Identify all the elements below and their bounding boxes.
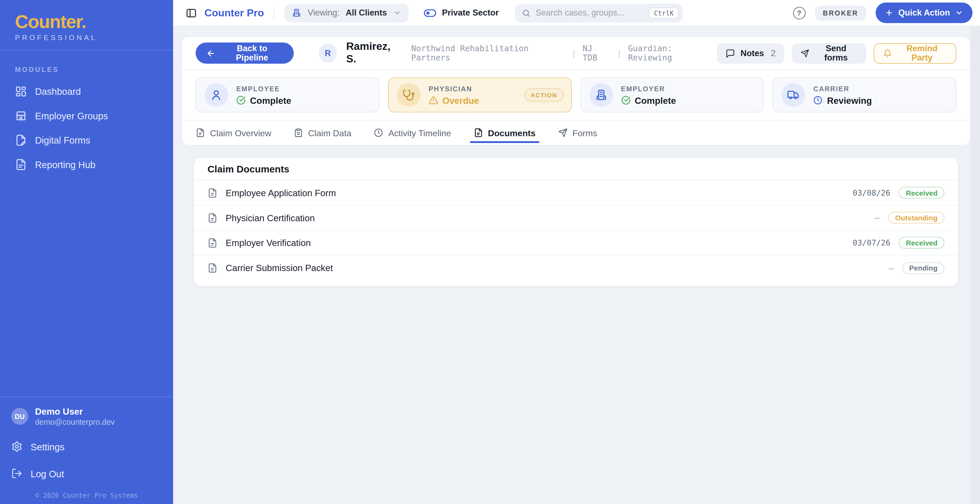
global-search[interactable]: CtrlK bbox=[515, 3, 682, 22]
modules-section-label: MODULES bbox=[15, 66, 158, 73]
chevron-down-icon bbox=[393, 9, 401, 17]
report-file-icon bbox=[15, 158, 27, 171]
viewing-filter-dropdown[interactable]: Viewing: All Clients bbox=[285, 3, 409, 22]
clipboard-icon bbox=[294, 128, 303, 137]
document-row-physician-certification[interactable]: Physician Certification — Outstanding bbox=[194, 205, 958, 230]
settings-button[interactable]: Settings bbox=[0, 437, 173, 456]
help-button[interactable]: ? bbox=[793, 6, 805, 19]
sidebar-item-employer-groups[interactable]: Employer Groups bbox=[0, 104, 173, 128]
app-title[interactable]: Counter Pro bbox=[204, 7, 264, 19]
case-avatar: R bbox=[319, 44, 337, 62]
sidebar-nav: Dashboard Employer Groups Digital Forms … bbox=[0, 79, 173, 177]
send-forms-button[interactable]: Send forms bbox=[792, 43, 866, 63]
document-date: 03/07/26 bbox=[853, 238, 890, 247]
party-card-employee[interactable]: EMPLOYEE Complete bbox=[196, 78, 379, 112]
party-status-row: EMPLOYEE Complete PHYSICIAN bbox=[182, 70, 970, 120]
check-circle-icon bbox=[236, 96, 246, 105]
document-icon bbox=[207, 263, 218, 273]
status-badge: Pending bbox=[902, 262, 944, 274]
sidebar-item-digital-forms[interactable]: Digital Forms bbox=[0, 128, 173, 152]
tab-forms[interactable]: Forms bbox=[558, 120, 597, 145]
case-meta: Northwind Rehabilitation Partners | NJ T… bbox=[411, 44, 717, 62]
remind-party-button[interactable]: Remind Party bbox=[873, 43, 956, 63]
file-text-icon bbox=[196, 128, 205, 137]
claim-documents-panel: Claim Documents Employee Application For… bbox=[193, 157, 959, 287]
toggle-icon bbox=[424, 8, 436, 17]
divider bbox=[274, 6, 275, 20]
document-name: Physician Certification bbox=[226, 213, 315, 223]
brand-block: Counter. PROFESSIONAL bbox=[0, 0, 173, 51]
chat-bubble-icon bbox=[725, 49, 735, 58]
sidebar-item-label: Employer Groups bbox=[35, 111, 108, 121]
topbar: Counter Pro Viewing: All Clients Private… bbox=[173, 0, 980, 26]
brand-tagline: PROFESSIONAL bbox=[15, 34, 158, 41]
building-icon bbox=[589, 83, 613, 107]
check-circle-icon bbox=[621, 96, 630, 105]
tab-claim-overview[interactable]: Claim Overview bbox=[196, 120, 271, 145]
quick-action-button[interactable]: Quick Action bbox=[876, 2, 973, 23]
meta-separator: | bbox=[571, 49, 576, 58]
case-plan: NJ TDB bbox=[582, 44, 611, 62]
panel-title: Claim Documents bbox=[207, 163, 289, 174]
user-profile[interactable]: DU Demo User demo@counterpro.dev bbox=[0, 406, 173, 427]
status-badge: Received bbox=[899, 187, 944, 199]
search-input[interactable] bbox=[536, 8, 649, 17]
party-status: Complete bbox=[236, 95, 291, 105]
role-badge: BROKER bbox=[815, 5, 867, 20]
tab-activity-timeline[interactable]: Activity Timeline bbox=[374, 120, 451, 145]
avatar: DU bbox=[11, 408, 28, 425]
send-icon bbox=[558, 128, 567, 137]
status-badge: Outstanding bbox=[888, 212, 945, 223]
party-card-physician[interactable]: PHYSICIAN Overdue ACTION bbox=[388, 78, 571, 112]
case-tabs: Claim Overview Claim Data Activity Timel… bbox=[182, 120, 970, 145]
brand-logo: Counter. bbox=[15, 11, 158, 32]
sector-toggle[interactable]: Private Sector bbox=[424, 8, 499, 17]
document-row-employer-verification[interactable]: Employer Verification 03/07/26 Received bbox=[194, 230, 958, 255]
notes-label: Notes bbox=[741, 49, 764, 58]
party-label: CARRIER bbox=[813, 85, 872, 92]
bell-icon bbox=[883, 49, 891, 58]
user-email: demo@counterpro.dev bbox=[35, 417, 115, 427]
party-status: Reviewing bbox=[813, 95, 872, 105]
document-row-carrier-submission[interactable]: Carrier Submission Packet — Pending bbox=[194, 255, 958, 281]
arrow-left-icon bbox=[206, 49, 215, 58]
document-name: Employee Application Form bbox=[226, 188, 336, 198]
tab-documents[interactable]: Documents bbox=[474, 120, 536, 145]
sidebar-item-reporting-hub[interactable]: Reporting Hub bbox=[0, 152, 173, 176]
sidebar-toggle-icon[interactable] bbox=[186, 7, 197, 18]
logout-icon bbox=[11, 468, 22, 479]
case-guardian-status: Guardian: Reviewing bbox=[628, 44, 717, 62]
sidebar-item-dashboard[interactable]: Dashboard bbox=[0, 79, 173, 103]
remind-party-label: Remind Party bbox=[897, 44, 947, 62]
party-card-carrier[interactable]: CARRIER Reviewing bbox=[773, 78, 956, 112]
tab-claim-data[interactable]: Claim Data bbox=[294, 120, 352, 145]
party-label: EMPLOYER bbox=[621, 85, 676, 92]
logout-button[interactable]: Log Out bbox=[0, 464, 173, 483]
dashboard-grid-icon bbox=[15, 86, 27, 98]
back-to-pipeline-button[interactable]: Back to Pipeline bbox=[196, 43, 294, 64]
sidebar-footer: DU Demo User demo@counterpro.dev Setting… bbox=[0, 396, 173, 504]
document-icon bbox=[207, 188, 218, 198]
search-icon bbox=[522, 8, 530, 17]
notes-button[interactable]: Notes 2 bbox=[717, 43, 784, 63]
storefront-icon bbox=[15, 110, 27, 122]
logout-label: Log Out bbox=[30, 468, 64, 479]
viewing-label: Viewing: bbox=[308, 8, 339, 17]
notes-count-badge: 2 bbox=[771, 49, 776, 58]
sidebar-item-label: Digital Forms bbox=[35, 135, 90, 146]
party-card-employer[interactable]: EMPLOYER Complete bbox=[581, 78, 764, 112]
document-row-employee-application[interactable]: Employee Application Form 03/08/26 Recei… bbox=[194, 181, 958, 206]
document-icon bbox=[207, 213, 218, 223]
truck-icon bbox=[781, 83, 805, 107]
chevron-down-icon bbox=[955, 9, 963, 17]
case-header-card: Back to Pipeline R Ramirez, S. Northwind… bbox=[181, 36, 971, 146]
building-icon bbox=[292, 8, 301, 17]
document-name: Carrier Submission Packet bbox=[226, 263, 333, 273]
case-org: Northwind Rehabilitation Partners bbox=[411, 44, 565, 62]
user-name: Demo User bbox=[35, 406, 115, 417]
document-name: Employer Verification bbox=[226, 238, 311, 248]
party-label: EMPLOYEE bbox=[236, 85, 291, 92]
scrollbar-track[interactable] bbox=[971, 26, 980, 504]
send-forms-label: Send forms bbox=[815, 44, 858, 62]
viewing-value: All Clients bbox=[346, 8, 387, 17]
